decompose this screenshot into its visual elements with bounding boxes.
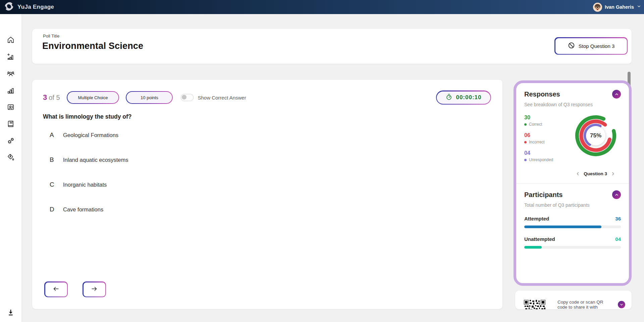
previous-question-button[interactable] [44,281,68,297]
option-letter: A [50,131,55,139]
poll-title-label: Poll Title [43,34,59,39]
arrow-left-icon [52,285,60,294]
question-points-badge: 10 points [126,91,173,104]
avatar [593,3,602,12]
responses-section: Responses See breakdown of Q3 responses … [516,83,629,180]
user-menu[interactable]: Ivan Gaheris [593,0,641,14]
show-correct-toggle-group: Show Correct Answer [181,94,246,101]
question-header: 3of 5 Multiple Choice 10 points Show Cor… [43,90,491,105]
pager-next-icon[interactable]: › [612,171,614,177]
unattempted-progressbar [524,246,621,249]
left-sidebar [0,14,21,322]
arrow-right-icon [90,285,99,294]
question-type-badge: Multiple Choice [67,91,119,104]
brand[interactable]: YuJa Engage [0,1,54,13]
incorrect-label: Incorrect [529,140,545,144]
question-card: 3of 5 Multiple Choice 10 points Show Cor… [32,80,502,309]
home-icon[interactable] [6,36,15,44]
pager-prev-icon[interactable]: ‹ [577,171,579,177]
stop-button-label: Stop Question 3 [579,43,615,49]
responses-subtitle: See breakdown of Q3 responses [524,102,621,107]
app-root: YuJa Engage Ivan Gaheris [0,0,644,322]
option-letter: B [50,156,55,164]
participants-section: Participants Total number of Q3 particip… [516,184,629,252]
yuja-logo-icon [3,1,15,13]
toggle-knob [182,95,186,100]
pager-label: Question 3 [584,171,607,176]
responses-title: Responses [524,90,560,98]
incorrect-count: 06 [524,132,572,138]
option-letter: C [50,181,55,188]
attempted-progressbar [524,226,621,228]
question-timer: 00:00:10 [436,90,491,105]
timer-value: 00:00:10 [456,94,481,101]
responses-participants-panel: Responses See breakdown of Q3 responses … [514,80,632,286]
unresponded-dot [524,159,527,161]
top-bar: YuJa Engage Ivan Gaheris [0,0,644,14]
poll-header-card: Poll Title Environmental Science Stop Qu… [32,29,632,64]
option-text: Inorganic habitats [63,182,107,188]
correct-dot [524,123,527,126]
share-text-line1: Copy code or scan QR [557,300,603,305]
create-poll-icon[interactable] [6,52,15,61]
option-letter: D [50,206,55,213]
participants-collapse-button[interactable] [612,190,621,199]
brand-name: YuJa Engage [17,4,54,10]
option-row-a: A Geological Formations [50,131,118,139]
chevron-down-icon [637,4,641,10]
stop-question-button[interactable]: Stop Question 3 [554,37,628,55]
stop-icon [568,42,575,50]
option-row-c: C Inorganic habitats [50,181,107,188]
question-text: What is limnology the study of? [43,113,131,120]
unresponded-label: Unresponded [529,157,553,162]
incorrect-dot [524,141,527,143]
donut-center-percent: 75% [586,126,605,145]
attempted-label: Attempted [524,216,549,221]
participants-icon[interactable] [6,69,15,78]
question-pager: ‹ Question 3 › [577,171,621,177]
responses-legend: 30 Correct 06 Incorrect 04 Unresponded [524,115,572,168]
option-text: Inland aquatic ecosystems [63,157,128,163]
question-position: 3of 5 [43,93,60,102]
next-question-button[interactable] [83,281,106,297]
unattempted-progress-fill [524,246,542,249]
results-icon[interactable] [6,86,15,95]
option-text: Cave formations [63,206,103,213]
poll-title: Environmental Science [42,41,143,51]
correct-label: Correct [529,122,542,127]
share-text: Copy code or scan QR code to share it wi… [557,300,603,309]
settings-icon[interactable] [6,136,15,145]
option-text: Geological Formations [63,132,118,138]
participants-title: Participants [524,191,562,199]
stopwatch-icon [445,93,452,102]
show-correct-toggle[interactable] [181,94,194,101]
attempted-progress-fill [524,226,601,228]
user-name: Ivan Gaheris [605,4,634,10]
unattempted-value: 04 [615,236,621,242]
share-text-line2: code to share it with [557,305,598,309]
option-row-b: B Inland aquatic ecosystems [50,156,128,164]
responses-collapse-button[interactable] [612,90,621,99]
unattempted-label: Unattempted [524,236,555,242]
participants-subtitle: Total number of Q3 participants [524,202,621,208]
attempted-value: 36 [615,216,621,221]
show-correct-label: Show Correct Answer [198,95,246,101]
option-row-d: D Cave formations [50,206,103,213]
share-expand-button[interactable] [618,301,625,308]
responses-donut: 75% [575,115,617,157]
unresponded-count: 04 [524,150,572,156]
library-icon[interactable] [6,120,15,128]
correct-count: 30 [524,115,572,121]
share-card: Copy code or scan QR code to share it wi… [515,291,632,309]
branding-icon[interactable] [6,153,15,162]
media-icon[interactable] [6,103,15,112]
download-icon[interactable] [6,308,15,317]
qr-code [524,300,545,309]
